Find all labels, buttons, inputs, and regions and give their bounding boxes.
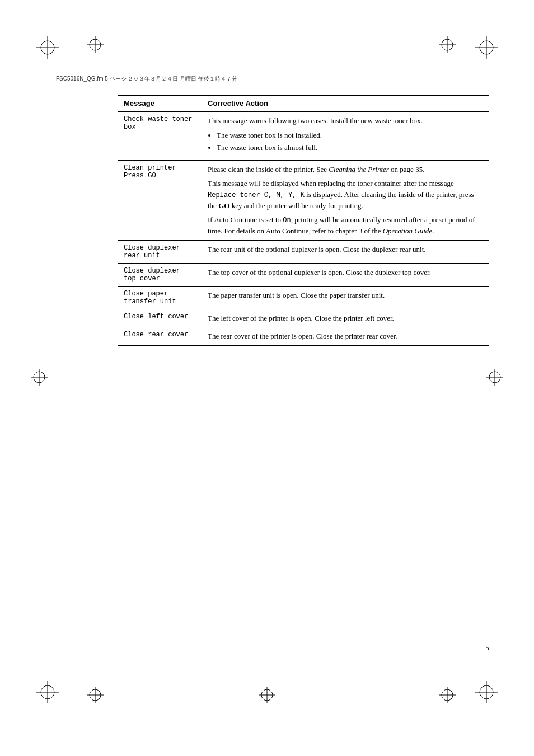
action-para-6-0: The rear cover of the printer is open. C… [208,331,483,342]
message-cell-5: Close left cover [118,309,202,327]
action-cell-0: This message warns following two cases. … [202,111,489,160]
header-file-text: FSC5016N_QG.fm 5 ページ ２０３年３月２４日 月曜日 午後１時４… [56,76,237,82]
action-bullet-0-1: The waste toner box is almost full. [217,142,483,153]
table-row: Close paper transfer unitThe paper trans… [118,286,489,309]
action-para-1-1: This message will be displayed when repl… [208,178,483,211]
action-para-1-0: Please clean the inside of the printer. … [208,164,483,175]
main-content: Message Corrective Action Check waste to… [118,95,489,633]
table-header-row: Message Corrective Action [118,96,489,112]
action-cell-3: The top cover of the optional duplexer i… [202,263,489,286]
action-cell-4: The paper transfer unit is open. Close t… [202,286,489,309]
message-cell-3: Close duplexer top cover [118,263,202,286]
reg-mark-top-right [475,36,498,61]
message-cell-6: Close rear cover [118,327,202,346]
message-cell-4: Close paper transfer unit [118,286,202,309]
table-row: Close left coverThe left cover of the pr… [118,309,489,327]
message-cell-1: Clean printer Press GO [118,160,202,240]
action-list-0: The waste toner box is not installed.The… [217,130,483,153]
action-cell-1: Please clean the inside of the printer. … [202,160,489,240]
header-file-info: FSC5016N_QG.fm 5 ページ ２０３年３月２４日 月曜日 午後１時４… [56,75,478,83]
action-cell-2: The rear unit of the optional duplexer i… [202,240,489,263]
message-table: Message Corrective Action Check waste to… [118,95,489,346]
page: FSC5016N_QG.fm 5 ページ ２０３年３月２４日 月曜日 午後１時４… [0,0,534,756]
reg-mark-top-right2 [439,36,456,55]
table-row: Close rear coverThe rear cover of the pr… [118,327,489,346]
table-row: Close duplexer rear unitThe rear unit of… [118,240,489,263]
header-bar: FSC5016N_QG.fm 5 ページ ２０３年３月２４日 月曜日 午後１時４… [56,73,478,83]
message-cell-2: Close duplexer rear unit [118,240,202,263]
action-para-5-0: The left cover of the printer is open. C… [208,313,483,324]
col-message-header: Message [118,96,202,112]
action-cell-6: The rear cover of the printer is open. C… [202,327,489,346]
reg-mark-bottom-center [259,687,275,706]
action-para-0-0: This message warns following two cases. … [208,115,483,126]
message-cell-0: Check waste toner box [118,111,202,160]
action-para-3-0: The top cover of the optional duplexer i… [208,267,483,278]
action-cell-5: The left cover of the printer is open. C… [202,309,489,327]
reg-mark-bottom-left2 [87,687,104,706]
page-number: 5 [486,644,490,652]
action-bullet-0-0: The waste toner box is not installed. [217,130,483,141]
reg-mark-bottom-right2 [439,687,456,706]
action-para-2-0: The rear unit of the optional duplexer i… [208,244,483,255]
reg-mark-top-left [36,36,59,61]
table-row: Close duplexer top coverThe top cover of… [118,263,489,286]
reg-mark-left [31,369,48,388]
table-row: Check waste toner boxThis message warns … [118,111,489,160]
table-row: Clean printer Press GOPlease clean the i… [118,160,489,240]
reg-mark-bottom-right [475,681,498,706]
reg-mark-top-left2 [87,36,104,55]
action-para-1-2: If Auto Continue is set to On, printing … [208,214,483,237]
col-action-header: Corrective Action [202,96,489,112]
reg-mark-bottom-left [36,681,59,706]
action-para-4-0: The paper transfer unit is open. Close t… [208,290,483,301]
